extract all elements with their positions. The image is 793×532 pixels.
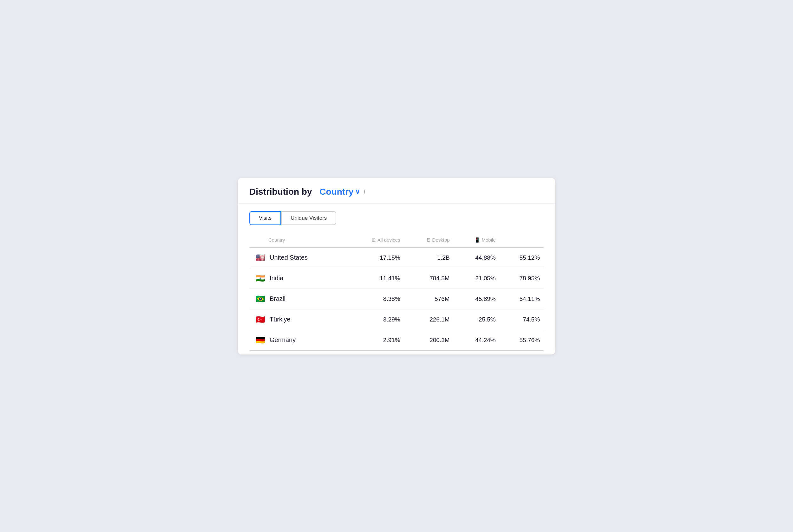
col-header-mobile: 📱Mobile [454, 234, 500, 248]
data-table: Country ⊞All devices 🖥Desktop 📱Mobile 🇺 [249, 234, 544, 350]
flag-1: 🇮🇳 [256, 274, 265, 282]
table-row: 🇩🇪 Germany 2.91% 200.3M 44.24% 55.76% [249, 330, 544, 350]
col-header-desktop: 🖥Desktop [404, 234, 454, 248]
desktop-col-4: 44.24% [454, 330, 500, 350]
country-cell-4: 🇩🇪 Germany [249, 330, 347, 350]
desktop-col-1: 21.05% [454, 268, 500, 288]
mobile-col-4: 55.76% [500, 330, 544, 350]
tab-unique-visitors[interactable]: Unique Visitors [281, 211, 336, 225]
country-name-0: United States [270, 254, 308, 261]
col-header-country: Country [249, 234, 347, 248]
country-cell-3: 🇹🇷 Türkiye [249, 309, 347, 330]
desktop-col-2: 45.89% [454, 288, 500, 309]
visits-col-1: 784.5M [404, 268, 454, 288]
title-static: Distribution by [249, 187, 312, 197]
mobile-icon: 📱 [474, 237, 480, 243]
country-cell-0: 🇺🇸 United States [249, 247, 347, 268]
country-name-3: Türkiye [270, 316, 291, 323]
all-devices-icon: ⊞ [372, 237, 376, 243]
info-icon: i [364, 188, 365, 195]
card-body: Visits Unique Visitors Country ⊞All devi… [238, 204, 555, 355]
desktop-icon: 🖥 [426, 237, 431, 243]
pct-col-3: 3.29% [347, 309, 404, 330]
pct-col-2: 8.38% [347, 288, 404, 309]
tab-visits[interactable]: Visits [249, 211, 281, 225]
card-header: Distribution by Country ∨ i [238, 178, 555, 204]
mobile-col-2: 54.11% [500, 288, 544, 309]
country-name-4: Germany [270, 336, 296, 344]
distribution-card: Distribution by Country ∨ i Visits Uniqu… [238, 178, 555, 355]
mobile-col-1: 78.95% [500, 268, 544, 288]
table-row: 🇧🇷 Brazil 8.38% 576M 45.89% 54.11% [249, 288, 544, 309]
visits-col-4: 200.3M [404, 330, 454, 350]
visits-col-2: 576M [404, 288, 454, 309]
table-header-row: Country ⊞All devices 🖥Desktop 📱Mobile [249, 234, 544, 248]
table-row: 🇹🇷 Türkiye 3.29% 226.1M 25.5% 74.5% [249, 309, 544, 330]
flag-3: 🇹🇷 [256, 316, 265, 323]
pct-col-4: 2.91% [347, 330, 404, 350]
pct-col-1: 11.41% [347, 268, 404, 288]
country-name-1: India [270, 274, 283, 282]
visits-col-0: 1.2B [404, 247, 454, 268]
desktop-col-0: 44.88% [454, 247, 500, 268]
desktop-col-3: 25.5% [454, 309, 500, 330]
mobile-col-3: 74.5% [500, 309, 544, 330]
country-cell-2: 🇧🇷 Brazil [249, 288, 347, 309]
flag-2: 🇧🇷 [256, 295, 265, 303]
table-row: 🇺🇸 United States 17.15% 1.2B 44.88% 55.1… [249, 247, 544, 268]
mobile-col-0: 55.12% [500, 247, 544, 268]
chevron-down-icon: ∨ [355, 188, 360, 196]
flag-4: 🇩🇪 [256, 336, 265, 344]
country-cell-1: 🇮🇳 India [249, 268, 347, 288]
title-dynamic: Country [319, 187, 353, 197]
country-dropdown[interactable]: Country ∨ [319, 187, 360, 197]
flag-0: 🇺🇸 [256, 254, 265, 262]
pct-col-0: 17.15% [347, 247, 404, 268]
card-title: Distribution by Country ∨ i [249, 187, 544, 197]
col-header-all-devices: ⊞All devices [347, 234, 404, 248]
tab-group: Visits Unique Visitors [249, 211, 544, 225]
visits-col-3: 226.1M [404, 309, 454, 330]
table-row: 🇮🇳 India 11.41% 784.5M 21.05% 78.95% [249, 268, 544, 288]
country-name-2: Brazil [270, 295, 285, 302]
